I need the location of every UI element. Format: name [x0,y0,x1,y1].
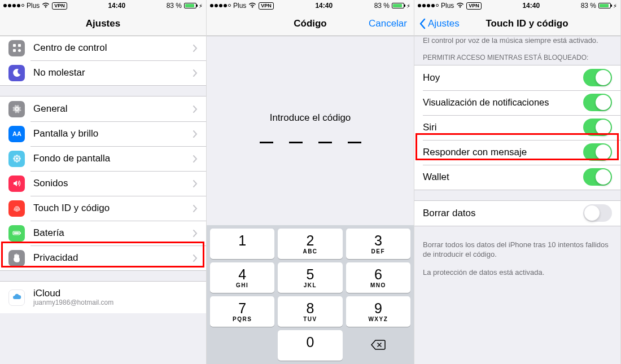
row-label: Batería [33,227,193,239]
row-notifications-view[interactable]: Visualización de notificaciones [414,90,620,115]
cancel-button[interactable]: Cancelar [369,11,407,36]
battery-icon [392,3,404,8]
status-bar: Plus VPN 14:40 83 % ⚡︎ [0,0,206,11]
row-battery[interactable]: Batería [0,221,206,245]
svg-rect-0 [13,44,16,47]
svg-point-7 [16,160,18,163]
carrier-label: Plus [441,2,454,10]
svg-point-5 [16,157,18,160]
key-5[interactable]: 5JKL [278,262,342,293]
row-label: No molestar [33,67,193,78]
signal-dots-icon [3,4,24,7]
row-label: Hoy [423,72,583,84]
chevron-right-icon [193,180,198,187]
fingerprint-icon [8,200,25,217]
toggle-notifications-view[interactable] [583,94,612,111]
key-8[interactable]: 8TUV [278,296,342,327]
section-header-allow-access: PERMITIR ACCESO MIENTRAS ESTÁ BLOQUEADO: [414,50,620,65]
row-label: Pantalla y brillo [33,128,193,139]
row-label: Privacidad [33,252,193,264]
row-icloud[interactable]: iCloud juanmy1986@hotmail.com [0,282,206,313]
charging-icon: ⚡︎ [406,3,410,9]
nav-bar: Ajustes Touch ID y código [414,11,620,36]
toggle-erase-data[interactable] [583,204,612,222]
row-label: Centro de control [33,42,193,54]
svg-rect-15 [14,233,19,234]
battery-percent: 83 % [374,2,390,10]
speaker-icon [8,176,25,192]
nav-bar: Ajustes [0,11,206,36]
battery-row-icon [8,225,25,242]
passcode-prompt: Introduce el código [270,112,351,124]
row-label: iCloud [33,288,113,299]
wifi-icon [456,2,464,10]
cloud-icon [8,290,25,306]
row-sounds[interactable]: Sonidos [0,171,206,196]
row-reply-message[interactable]: Responder con mensaje [414,140,620,165]
svg-point-13 [18,160,20,162]
row-control-center[interactable]: Centro de control [0,36,206,60]
row-label: Siri [423,122,583,133]
erase-footer-1: Borrar todos los datos del iPhone tras 1… [414,236,620,267]
chevron-right-icon [193,255,198,262]
charging-icon: ⚡︎ [199,3,203,9]
voice-note: El control por voz de la música siempre … [414,36,620,50]
passcode-entry-area: Introduce el código [207,36,414,225]
status-bar: Plus VPN 14:40 83 % ⚡︎ [414,0,620,11]
battery-percent: 83 % [581,2,596,10]
status-time: 14:40 [315,2,333,10]
toggle-siri[interactable] [583,119,612,136]
row-wallet[interactable]: Wallet [414,165,620,190]
row-do-not-disturb[interactable]: No molestar [0,60,206,85]
vpn-badge: VPN [259,2,274,10]
chevron-right-icon [193,155,198,163]
wifi-icon [248,2,256,10]
key-1[interactable]: 1 [210,229,274,259]
signal-dots-icon [210,4,231,7]
row-erase-data[interactable]: Borrar datos [414,201,620,226]
key-9[interactable]: 9WXYZ [346,296,410,327]
key-7[interactable]: 7PQRS [210,296,274,327]
row-wallpaper[interactable]: Fondo de pantalla [0,146,206,171]
row-today[interactable]: Hoy [414,65,620,90]
svg-point-11 [18,156,20,158]
passcode-dashes [260,142,361,143]
battery-icon [598,3,611,8]
battery-icon [184,3,196,8]
screen-touch-id-settings: Plus VPN 14:40 83 % ⚡︎ Ajustes Touch ID … [414,0,621,364]
battery-percent: 83 % [167,2,182,10]
vpn-badge: VPN [52,2,67,10]
carrier-label: Plus [233,2,246,10]
svg-point-9 [19,157,21,160]
row-siri[interactable]: Siri [414,115,620,140]
toggle-wallet[interactable] [583,168,612,186]
key-2[interactable]: 2ABC [278,229,342,259]
status-bar: Plus VPN 14:40 83 % ⚡︎ [207,0,414,11]
svg-point-3 [18,49,21,52]
key-4[interactable]: 4GHI [210,262,274,293]
row-touch-id-passcode[interactable]: Touch ID y código [0,196,206,221]
nav-bar: Código Cancelar [207,11,414,36]
key-6[interactable]: 6MNO [346,262,410,293]
toggle-reply-message[interactable] [583,143,612,161]
page-title: Touch ID y código [486,18,568,29]
chevron-right-icon [193,230,198,237]
svg-text:AA: AA [12,130,21,137]
back-button[interactable]: Ajustes [419,11,460,36]
row-general[interactable]: General [0,97,206,121]
key-backspace[interactable] [346,330,410,361]
key-3[interactable]: 3DEF [346,229,410,259]
settings-list[interactable]: Centro de control No molestar General [0,36,206,364]
page-title: Código [294,18,327,29]
svg-rect-1 [18,44,21,47]
key-0[interactable]: 0 [278,330,342,361]
svg-rect-2 [13,49,16,52]
row-privacy[interactable]: Privacidad [0,245,206,270]
back-label: Ajustes [428,18,460,29]
touch-id-list[interactable]: El control por voz de la música siempre … [414,36,620,364]
row-label: Responder con mensaje [423,147,583,158]
row-label: Borrar datos [423,208,583,219]
row-label: Sonidos [33,178,193,189]
toggle-today[interactable] [583,69,612,86]
row-display-brightness[interactable]: AA Pantalla y brillo [0,121,206,146]
